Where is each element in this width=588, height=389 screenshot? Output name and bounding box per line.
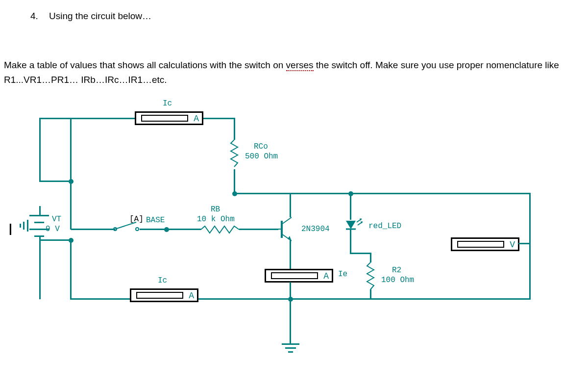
led-label: red_LED: [368, 222, 401, 231]
rb-name: RB: [211, 205, 220, 214]
rco-value: 500 Ohm: [245, 152, 278, 161]
ammeter-ic-bottom: A: [130, 288, 198, 302]
rb-value: 10 k Ohm: [197, 215, 235, 224]
vt-value: 9 V: [46, 225, 60, 233]
switch-name: BASE: [146, 216, 165, 225]
ammeter-ie: A: [265, 269, 333, 283]
svg-line-5: [282, 217, 292, 224]
ammeter-ic-top: A: [135, 111, 203, 125]
question-instruction: Make a table of values that shows all ca…: [4, 58, 572, 88]
svg-point-1: [136, 228, 139, 231]
ie-label: Ie: [338, 270, 347, 279]
circuit-diagram: VT 9 V | [A] BASE A Ic RCo 500 Ohm RB 10…: [0, 93, 588, 368]
ic-top-label: Ic: [163, 99, 172, 108]
resistor-r2: [366, 262, 375, 292]
switch-label-a: [A]: [129, 215, 144, 224]
r2-name: R2: [392, 266, 401, 275]
vt-label: VT: [52, 215, 61, 224]
resistor-rco: [229, 140, 239, 169]
svg-marker-8: [346, 221, 356, 229]
rco-name: RCo: [254, 142, 268, 151]
transistor-label: 2N3904: [301, 225, 330, 233]
ic-bottom-label: Ic: [158, 276, 167, 285]
r2-value: 100 Ohm: [381, 276, 414, 285]
resistor-rb: [201, 225, 240, 234]
question-number: 4.: [30, 11, 38, 22]
text-cursor: |: [9, 222, 12, 235]
voltmeter: V: [451, 237, 519, 251]
question-title: Using the circuit below…: [49, 11, 151, 22]
